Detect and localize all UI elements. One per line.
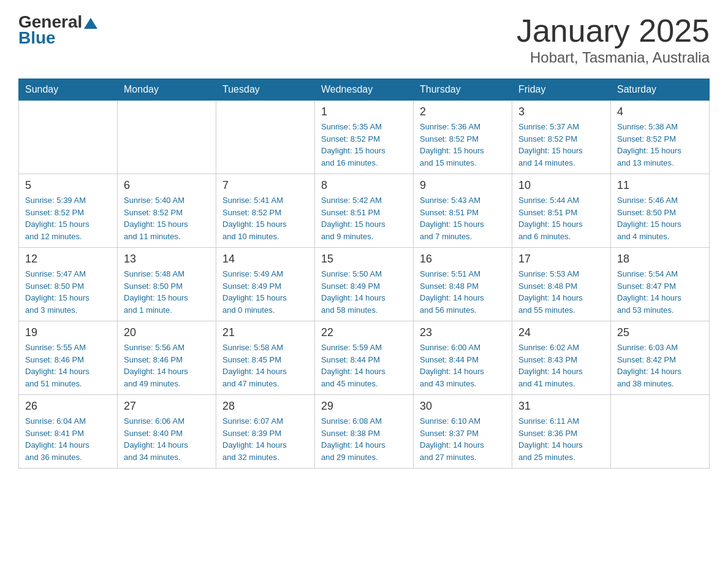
day-number: 29 <box>321 400 407 413</box>
calendar-cell: 8Sunrise: 5:42 AM Sunset: 8:51 PM Daylig… <box>315 174 414 248</box>
weekday-header-wednesday: Wednesday <box>315 79 414 101</box>
day-number: 20 <box>124 326 210 339</box>
calendar-cell: 22Sunrise: 5:59 AM Sunset: 8:44 PM Dayli… <box>315 321 414 395</box>
calendar-cell: 25Sunrise: 6:03 AM Sunset: 8:42 PM Dayli… <box>611 321 710 395</box>
calendar-week-row: 12Sunrise: 5:47 AM Sunset: 8:50 PM Dayli… <box>19 248 710 321</box>
day-info: Sunrise: 5:48 AM Sunset: 8:50 PM Dayligh… <box>124 268 210 316</box>
day-info: Sunrise: 6:02 AM Sunset: 8:43 PM Dayligh… <box>518 342 604 389</box>
day-number: 18 <box>617 253 703 266</box>
calendar-week-row: 19Sunrise: 5:55 AM Sunset: 8:46 PM Dayli… <box>19 321 710 395</box>
day-info: Sunrise: 5:46 AM Sunset: 8:50 PM Dayligh… <box>617 194 703 242</box>
day-number: 26 <box>25 400 111 413</box>
weekday-header-friday: Friday <box>512 79 611 101</box>
svg-marker-0 <box>84 18 97 29</box>
day-number: 22 <box>321 326 407 339</box>
calendar-week-row: 1Sunrise: 5:35 AM Sunset: 8:52 PM Daylig… <box>19 101 710 174</box>
day-info: Sunrise: 5:49 AM Sunset: 8:49 PM Dayligh… <box>222 268 308 316</box>
day-number: 11 <box>617 179 703 192</box>
day-number: 9 <box>420 179 506 192</box>
day-number: 16 <box>420 253 506 266</box>
day-number: 7 <box>222 179 308 192</box>
weekday-header-sunday: Sunday <box>19 79 118 101</box>
calendar-cell: 5Sunrise: 5:39 AM Sunset: 8:52 PM Daylig… <box>19 174 118 248</box>
calendar-cell <box>19 101 118 174</box>
day-info: Sunrise: 6:03 AM Sunset: 8:42 PM Dayligh… <box>617 342 703 389</box>
calendar-cell: 4Sunrise: 5:38 AM Sunset: 8:52 PM Daylig… <box>611 101 710 174</box>
weekday-header-saturday: Saturday <box>611 79 710 101</box>
day-number: 23 <box>420 326 506 339</box>
day-info: Sunrise: 5:56 AM Sunset: 8:46 PM Dayligh… <box>124 342 210 389</box>
calendar-table: SundayMondayTuesdayWednesdayThursdayFrid… <box>18 79 710 469</box>
calendar-cell: 12Sunrise: 5:47 AM Sunset: 8:50 PM Dayli… <box>19 248 118 321</box>
calendar-cell: 28Sunrise: 6:07 AM Sunset: 8:39 PM Dayli… <box>216 395 315 469</box>
day-number: 21 <box>222 326 308 339</box>
calendar-cell: 11Sunrise: 5:46 AM Sunset: 8:50 PM Dayli… <box>611 174 710 248</box>
calendar-cell <box>611 395 710 469</box>
calendar-cell: 30Sunrise: 6:10 AM Sunset: 8:37 PM Dayli… <box>414 395 512 469</box>
day-info: Sunrise: 5:36 AM Sunset: 8:52 PM Dayligh… <box>420 121 506 169</box>
day-number: 10 <box>518 179 604 192</box>
calendar-cell: 1Sunrise: 5:35 AM Sunset: 8:52 PM Daylig… <box>315 101 414 174</box>
calendar-week-row: 26Sunrise: 6:04 AM Sunset: 8:41 PM Dayli… <box>19 395 710 469</box>
day-info: Sunrise: 5:55 AM Sunset: 8:46 PM Dayligh… <box>25 342 111 389</box>
calendar-cell: 19Sunrise: 5:55 AM Sunset: 8:46 PM Dayli… <box>19 321 118 395</box>
day-info: Sunrise: 5:40 AM Sunset: 8:52 PM Dayligh… <box>124 194 210 242</box>
calendar-cell: 20Sunrise: 5:56 AM Sunset: 8:46 PM Dayli… <box>118 321 216 395</box>
day-info: Sunrise: 5:37 AM Sunset: 8:52 PM Dayligh… <box>518 121 604 169</box>
day-info: Sunrise: 6:06 AM Sunset: 8:40 PM Dayligh… <box>124 415 210 463</box>
day-number: 4 <box>617 105 703 118</box>
calendar-cell: 13Sunrise: 5:48 AM Sunset: 8:50 PM Dayli… <box>118 248 216 321</box>
day-info: Sunrise: 5:47 AM Sunset: 8:50 PM Dayligh… <box>25 268 111 316</box>
calendar-cell: 15Sunrise: 5:50 AM Sunset: 8:49 PM Dayli… <box>315 248 414 321</box>
calendar-cell <box>216 101 315 174</box>
day-number: 3 <box>518 105 604 118</box>
calendar-cell: 23Sunrise: 6:00 AM Sunset: 8:44 PM Dayli… <box>414 321 512 395</box>
day-info: Sunrise: 5:38 AM Sunset: 8:52 PM Dayligh… <box>617 121 703 169</box>
day-info: Sunrise: 5:42 AM Sunset: 8:51 PM Dayligh… <box>321 194 407 242</box>
calendar-cell: 7Sunrise: 5:41 AM Sunset: 8:52 PM Daylig… <box>216 174 315 248</box>
calendar-cell: 26Sunrise: 6:04 AM Sunset: 8:41 PM Dayli… <box>19 395 118 469</box>
day-number: 6 <box>124 179 210 192</box>
day-number: 2 <box>420 105 506 118</box>
day-number: 15 <box>321 253 407 266</box>
day-info: Sunrise: 5:53 AM Sunset: 8:48 PM Dayligh… <box>518 268 604 316</box>
calendar-cell: 29Sunrise: 6:08 AM Sunset: 8:38 PM Dayli… <box>315 395 414 469</box>
day-number: 8 <box>321 179 407 192</box>
logo: General Blue <box>18 12 97 48</box>
calendar-cell <box>118 101 216 174</box>
day-info: Sunrise: 5:39 AM Sunset: 8:52 PM Dayligh… <box>25 194 111 242</box>
day-number: 5 <box>25 179 111 192</box>
day-number: 25 <box>617 326 703 339</box>
day-number: 12 <box>25 253 111 266</box>
day-info: Sunrise: 6:11 AM Sunset: 8:36 PM Dayligh… <box>518 415 604 463</box>
logo-triangle-icon <box>84 18 97 29</box>
calendar-cell: 31Sunrise: 6:11 AM Sunset: 8:36 PM Dayli… <box>512 395 611 469</box>
day-number: 17 <box>518 253 604 266</box>
calendar-cell: 16Sunrise: 5:51 AM Sunset: 8:48 PM Dayli… <box>414 248 512 321</box>
calendar-cell: 17Sunrise: 5:53 AM Sunset: 8:48 PM Dayli… <box>512 248 611 321</box>
calendar-cell: 2Sunrise: 5:36 AM Sunset: 8:52 PM Daylig… <box>414 101 512 174</box>
day-number: 14 <box>222 253 308 266</box>
day-number: 27 <box>124 400 210 413</box>
day-info: Sunrise: 5:58 AM Sunset: 8:45 PM Dayligh… <box>222 342 308 389</box>
calendar-cell: 27Sunrise: 6:06 AM Sunset: 8:40 PM Dayli… <box>118 395 216 469</box>
day-info: Sunrise: 5:35 AM Sunset: 8:52 PM Dayligh… <box>321 121 407 169</box>
day-info: Sunrise: 5:50 AM Sunset: 8:49 PM Dayligh… <box>321 268 407 316</box>
day-number: 28 <box>222 400 308 413</box>
calendar-title: January 2025 <box>517 12 710 49</box>
day-number: 1 <box>321 105 407 118</box>
calendar-cell: 18Sunrise: 5:54 AM Sunset: 8:47 PM Dayli… <box>611 248 710 321</box>
day-info: Sunrise: 6:00 AM Sunset: 8:44 PM Dayligh… <box>420 342 506 389</box>
day-number: 19 <box>25 326 111 339</box>
page-header: General Blue January 2025 Hobart, Tasman… <box>18 12 710 66</box>
day-info: Sunrise: 5:41 AM Sunset: 8:52 PM Dayligh… <box>222 194 308 242</box>
day-info: Sunrise: 6:08 AM Sunset: 8:38 PM Dayligh… <box>321 415 407 463</box>
weekday-header-monday: Monday <box>118 79 216 101</box>
weekday-header-tuesday: Tuesday <box>216 79 315 101</box>
calendar-cell: 9Sunrise: 5:43 AM Sunset: 8:51 PM Daylig… <box>414 174 512 248</box>
day-number: 31 <box>518 400 604 413</box>
calendar-week-row: 5Sunrise: 5:39 AM Sunset: 8:52 PM Daylig… <box>19 174 710 248</box>
weekday-header-thursday: Thursday <box>414 79 512 101</box>
calendar-cell: 3Sunrise: 5:37 AM Sunset: 8:52 PM Daylig… <box>512 101 611 174</box>
title-block: January 2025 Hobart, Tasmania, Australia <box>517 12 710 66</box>
